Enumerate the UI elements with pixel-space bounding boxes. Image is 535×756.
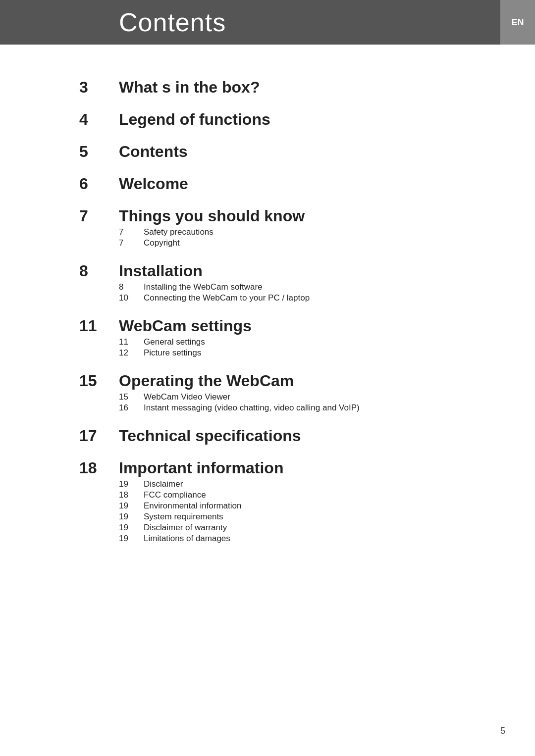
toc-minor-number: 19 [119,512,144,522]
toc-minor-entry: 19Environmental information [119,501,495,511]
toc-minor-label: Picture settings [144,348,201,358]
toc-major-label: Installation [119,262,203,280]
toc-minor-label: Copyright [144,238,180,248]
toc-minor-number: 19 [119,523,144,533]
toc-minor-entry: 19Limitations of damages [119,534,495,544]
toc-minor-number: 19 [119,479,144,489]
toc-minor-entry: 12Picture settings [119,348,495,358]
toc-minor-number: 11 [119,337,144,347]
page-container: Contents EN 3What s in the box?4Legend o… [0,0,535,756]
toc-major-entry: 17Technical specifications [79,427,495,445]
toc-minor-label: Instant messaging (video chatting, video… [144,403,360,413]
toc-minor-number: 19 [119,534,144,544]
toc-major-label: WebCam settings [119,317,252,335]
toc-major-label: What s in the box? [119,78,260,97]
header-bar: Contents EN [0,0,535,45]
toc-minor-entries: 15WebCam Video Viewer16Instant messaging… [79,392,495,413]
toc-major-entry: 11WebCam settings [79,317,495,335]
toc-minor-label: FCC compliance [144,490,206,500]
toc-major-label: Technical specifications [119,427,301,445]
toc-major-entry: 5Contents [79,143,495,161]
toc-major-entry: 3What s in the box? [79,78,495,97]
toc-major-label: Legend of functions [119,110,270,129]
toc-major-label: Operating the WebCam [119,372,294,390]
toc-major-label: Contents [119,143,188,161]
toc-minor-number: 8 [119,282,144,292]
toc-major-entry: 6Welcome [79,175,495,193]
toc-minor-label: Installing the WebCam software [144,282,263,292]
toc-major-number: 18 [79,459,119,477]
toc-content-area: 3What s in the box?4Legend of functions5… [0,45,535,585]
toc-minor-entry: 19System requirements [119,512,495,522]
toc-minor-entry: 16Instant messaging (video chatting, vid… [119,403,495,413]
toc-major-number: 5 [79,143,119,161]
toc-minor-number: 18 [119,490,144,500]
toc-major-number: 7 [79,207,119,225]
toc-minor-entry: 7Safety precautions [119,227,495,237]
toc-major-number: 15 [79,372,119,390]
toc-minor-entry: 19Disclaimer [119,479,495,489]
toc-minor-entries: 11General settings12Picture settings [79,337,495,358]
toc-major-number: 3 [79,78,119,97]
toc-minor-entries: 8Installing the WebCam software10Connect… [79,282,495,303]
toc-major-entry: 7Things you should know [79,207,495,225]
toc-minor-entry: 7Copyright [119,238,495,248]
toc-major-label: Important information [119,459,283,477]
toc-minor-entries: 7Safety precautions7Copyright [79,227,495,248]
toc-major-entry: 18Important information [79,459,495,477]
toc-minor-number: 10 [119,293,144,303]
toc-major-number: 6 [79,175,119,193]
toc-minor-label: System requirements [144,512,223,522]
page-number: 5 [500,726,505,736]
toc-major-number: 11 [79,317,119,335]
toc-minor-entry: 18FCC compliance [119,490,495,500]
toc-minor-number: 16 [119,403,144,413]
toc-minor-entry: 11General settings [119,337,495,347]
toc-minor-label: Disclaimer of warranty [144,523,227,533]
toc-minor-entry: 19Disclaimer of warranty [119,523,495,533]
toc-minor-label: Safety precautions [144,227,214,237]
toc-major-number: 8 [79,262,119,280]
toc-minor-label: Limitations of damages [144,534,230,544]
toc-major-entry: 4Legend of functions [79,110,495,129]
toc-minor-entry: 10Connecting the WebCam to your PC / lap… [119,293,495,303]
toc-major-entry: 8Installation [79,262,495,280]
lang-badge: EN [500,0,535,45]
toc-major-entry: 15Operating the WebCam [79,372,495,390]
toc-minor-entry: 15WebCam Video Viewer [119,392,495,402]
toc-minor-number: 19 [119,501,144,511]
toc-minor-label: Environmental information [144,501,241,511]
toc-major-label: Welcome [119,175,188,193]
toc-minor-label: Disclaimer [144,479,183,489]
toc-minor-number: 7 [119,227,144,237]
toc-minor-label: Connecting the WebCam to your PC / lapto… [144,293,310,303]
toc-major-number: 4 [79,110,119,129]
toc-minor-number: 15 [119,392,144,402]
toc-minor-entry: 8Installing the WebCam software [119,282,495,292]
toc-minor-number: 7 [119,238,144,248]
toc-major-label: Things you should know [119,207,305,225]
toc-major-number: 17 [79,427,119,445]
toc-minor-label: General settings [144,337,205,347]
toc-minor-label: WebCam Video Viewer [144,392,230,402]
toc-minor-entries: 19Disclaimer18FCC compliance19Environmen… [79,479,495,544]
page-title: Contents [119,7,226,37]
toc-minor-number: 12 [119,348,144,358]
